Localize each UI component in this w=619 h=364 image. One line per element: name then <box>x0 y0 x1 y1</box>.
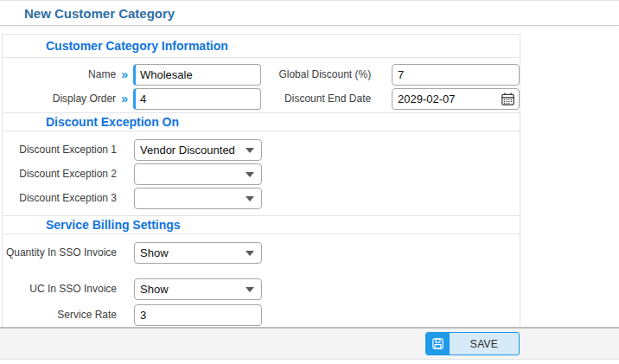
save-floppy-icon <box>426 333 450 354</box>
form-row: UC In SSO Invoice Show <box>3 278 520 300</box>
footer-action-bar: SAVE <box>0 327 619 360</box>
required-chevron-icon: » <box>116 93 133 105</box>
section-heading-discount-exception-on: Discount Exception On <box>3 112 520 131</box>
service-rate-label: Service Rate <box>3 309 117 322</box>
service-billing-fields: Quantity In SSO Invoice Show UC In SSO I… <box>3 234 520 327</box>
form-row: Discount Exception 3 <box>3 187 520 209</box>
uc-in-sso-invoice-label: UC In SSO Invoice <box>3 283 117 296</box>
save-button[interactable]: SAVE <box>425 332 520 355</box>
form-row: Discount Exception 2 <box>3 163 520 185</box>
section-heading-label: Discount Exception On <box>46 115 179 129</box>
calendar-icon[interactable] <box>501 92 515 106</box>
form-row: Display Order » Discount End Date <box>3 86 520 111</box>
save-button-label: SAVE <box>450 333 519 354</box>
discount-end-date-label: Discount End Date <box>261 93 371 105</box>
form-row: Discount Exception 1 Vendor Discounted <box>3 138 520 161</box>
page-title: New Customer Category <box>24 6 175 21</box>
form-panel: Customer Category Information Name » Glo… <box>2 34 520 327</box>
name-input[interactable] <box>133 64 261 86</box>
discount-exception-fields: Discount Exception 1 Vendor Discounted D… <box>3 131 520 215</box>
dropdown-arrow-icon <box>246 172 254 177</box>
form-row: Quantity In SSO Invoice Show <box>3 241 520 264</box>
section-heading-label: Service Billing Settings <box>46 218 181 232</box>
discount-exception-1-select[interactable]: Vendor Discounted <box>134 139 262 161</box>
display-order-input[interactable] <box>133 88 261 110</box>
dropdown-arrow-icon <box>246 251 254 256</box>
dropdown-arrow-icon <box>246 287 254 292</box>
title-bar: New Customer Category <box>0 0 619 26</box>
uc-in-sso-invoice-select[interactable]: Show <box>134 278 262 300</box>
discount-exception-2-select[interactable] <box>134 163 262 185</box>
required-chevron-icon: » <box>116 68 133 80</box>
dropdown-arrow-icon <box>246 148 254 153</box>
customer-category-information-fields: Name » Global Discount (%) Display Order… <box>3 58 520 112</box>
display-order-label: Display Order <box>3 93 116 105</box>
dropdown-arrow-icon <box>246 196 254 201</box>
form-row: Service Rate <box>3 303 520 326</box>
name-label: Name <box>3 68 116 81</box>
discount-exception-3-label: Discount Exception 3 <box>3 192 117 205</box>
quantity-in-sso-invoice-label: Quantity In SSO Invoice <box>3 246 117 259</box>
form-row: Name » Global Discount (%) <box>3 62 520 86</box>
discount-exception-3-select[interactable] <box>134 188 262 209</box>
discount-exception-2-label: Discount Exception 2 <box>3 168 117 181</box>
discount-exception-1-label: Discount Exception 1 <box>3 144 117 156</box>
section-heading-customer-category-information: Customer Category Information <box>3 35 520 58</box>
section-heading-label: Customer Category Information <box>46 39 228 53</box>
section-heading-service-billing-settings: Service Billing Settings <box>3 215 520 234</box>
service-rate-input[interactable] <box>134 304 262 326</box>
quantity-in-sso-invoice-select[interactable]: Show <box>134 242 262 264</box>
global-discount-label: Global Discount (%) <box>261 68 371 80</box>
global-discount-input[interactable] <box>392 64 520 86</box>
